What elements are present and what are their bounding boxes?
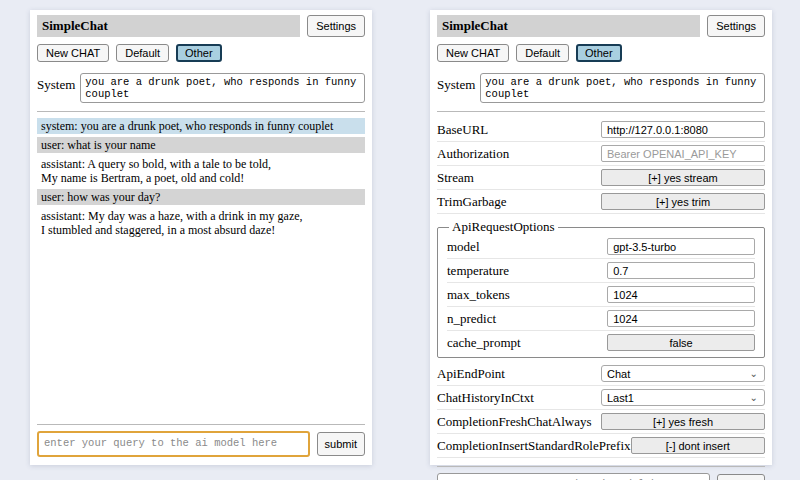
new-chat-button[interactable]: New CHAT [437,44,509,62]
system-prompt-input[interactable]: you are a drunk poet, who responds in fu… [80,73,365,103]
setting-row-completion-insert: CompletionInsertStandardRolePrefix [-] d… [437,434,765,458]
stream-label: Stream [437,170,601,186]
divider [37,111,365,112]
divider [437,466,765,467]
setting-row-model: model [447,235,755,259]
titlebar: SimpleChat Settings [37,15,365,37]
chat-message-system: system: you are a drunk poet, who respon… [37,118,365,134]
setting-row-temperature: temperature [447,259,755,283]
system-prompt-input[interactable]: you are a drunk poet, who responds in fu… [480,73,765,103]
divider [37,424,365,425]
temperature-input[interactable] [607,262,755,279]
completion-insert-label: CompletionInsertStandardRolePrefix [437,438,631,454]
chat-panel: SimpleChat Settings New CHAT Default Oth… [30,10,372,465]
api-request-options-legend: ApiRequestOptions [449,219,558,235]
chat-history-selected-value: Last1 [607,392,634,404]
system-prompt-row: System you are a drunk poet, who respond… [437,73,765,103]
new-chat-button[interactable]: New CHAT [37,44,109,62]
setting-row-authorization: Authorization [437,142,765,166]
chat-message-assistant: assistant: A query so bold, with a tale … [37,156,365,186]
temperature-label: temperature [447,263,607,279]
completion-insert-toggle-button[interactable]: [-] dont insert [631,437,765,454]
divider [437,111,765,112]
authorization-input[interactable] [601,145,765,162]
settings-button[interactable]: Settings [307,15,365,37]
app-title: SimpleChat [437,15,700,37]
api-endpoint-selected-value: Chat [607,368,630,380]
chat-message-list: system: you are a drunk poet, who respon… [37,118,365,416]
system-prompt-row: System you are a drunk poet, who respond… [37,73,365,103]
chat-message-assistant: assistant: My day was a haze, with a dri… [37,208,365,238]
tab-other[interactable]: Other [176,44,222,62]
completion-fresh-label: CompletionFreshChatAlways [437,414,601,430]
setting-row-baseurl: BaseURL [437,118,765,142]
system-label: System [37,73,75,93]
authorization-label: Authorization [437,146,601,162]
api-endpoint-label: ApiEndPoint [437,366,601,382]
cache-prompt-toggle-button[interactable]: false [607,334,755,351]
settings-button[interactable]: Settings [707,15,765,37]
query-input[interactable] [37,431,310,457]
setting-row-api-endpoint: ApiEndPoint Chat ⌄ [437,362,765,386]
n-predict-input[interactable] [607,310,755,327]
setting-row-cache-prompt: cache_prompt false [447,331,755,354]
tab-other[interactable]: Other [576,44,622,62]
setting-row-max-tokens: max_tokens [447,283,755,307]
chat-tabs: New CHAT Default Other [437,44,765,62]
baseurl-input[interactable] [601,121,765,138]
setting-row-chat-history: ChatHistoryInCtxt Last1 ⌄ [437,386,765,410]
completion-fresh-toggle-button[interactable]: [+] yes fresh [601,413,765,430]
system-label: System [437,73,475,93]
n-predict-label: n_predict [447,311,607,327]
api-request-options-group: ApiRequestOptions model temperature max_… [437,219,765,358]
chat-history-select[interactable]: Last1 ⌄ [601,389,765,406]
trimgarbage-toggle-button[interactable]: [+] yes trim [601,193,765,210]
trimgarbage-label: TrimGarbage [437,194,601,210]
app-title: SimpleChat [37,15,300,37]
baseurl-label: BaseURL [437,122,601,138]
max-tokens-label: max_tokens [447,287,607,303]
submit-button[interactable]: submit [717,474,765,480]
titlebar: SimpleChat Settings [437,15,765,37]
chat-message-user: user: what is your name [37,137,365,153]
setting-row-n-predict: n_predict [447,307,755,331]
query-row: submit [437,473,765,480]
chat-tabs: New CHAT Default Other [37,44,365,62]
query-input[interactable] [437,473,710,480]
submit-button[interactable]: submit [317,432,365,456]
setting-row-trimgarbage: TrimGarbage [+] yes trim [437,190,765,214]
model-label: model [447,239,607,255]
cache-prompt-label: cache_prompt [447,335,607,351]
settings-panel: SimpleChat Settings New CHAT Default Oth… [430,10,772,465]
query-row: submit [37,431,365,457]
tab-default[interactable]: Default [516,44,569,62]
stream-toggle-button[interactable]: [+] yes stream [601,169,765,186]
tab-default[interactable]: Default [116,44,169,62]
chevron-down-icon: ⌄ [750,394,758,402]
max-tokens-input[interactable] [607,286,755,303]
chat-history-label: ChatHistoryInCtxt [437,390,601,406]
setting-row-completion-fresh: CompletionFreshChatAlways [+] yes fresh [437,410,765,434]
chat-message-user: user: how was your day? [37,189,365,205]
api-endpoint-select[interactable]: Chat ⌄ [601,365,765,382]
setting-row-stream: Stream [+] yes stream [437,166,765,190]
model-input[interactable] [607,238,755,255]
chevron-down-icon: ⌄ [750,370,758,378]
settings-list: BaseURL Authorization Stream [+] yes str… [437,118,765,458]
